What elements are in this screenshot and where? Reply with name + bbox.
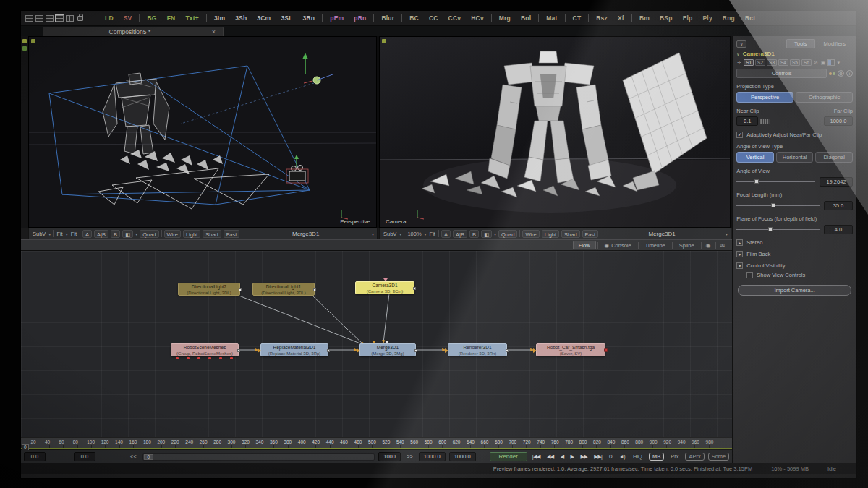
node-replacematerial3d1[interactable]: ReplaceMaterial3D1(Replace Material 3D, … <box>260 343 328 356</box>
node-input-connector[interactable] <box>533 348 537 353</box>
jump-to-end-button[interactable]: >> <box>404 453 415 460</box>
close-icon[interactable]: × <box>210 28 217 35</box>
vertical-button[interactable]: Vertical <box>736 152 774 163</box>
layout-selected-icon[interactable] <box>56 15 64 22</box>
tool-shortcut-rct[interactable]: Rct <box>740 14 760 22</box>
tool-shortcut-bg[interactable]: BG <box>142 14 161 22</box>
tool-color-icon[interactable] <box>829 72 835 75</box>
mode-button-shad[interactable]: Shad <box>203 230 221 238</box>
viewport-camera[interactable]: Camera <box>379 36 731 228</box>
step-back-button[interactable]: ◀ <box>559 454 566 460</box>
range-end-field[interactable]: 1000 <box>378 452 401 461</box>
tool-shortcut-ld[interactable]: LD <box>100 14 119 22</box>
lock-icon[interactable]: ▣ <box>820 60 827 66</box>
node-input-connector[interactable] <box>258 348 261 353</box>
mode-button-shad[interactable]: Shad <box>561 230 580 238</box>
view-lut-icon[interactable] <box>31 39 35 43</box>
quality-button-aprx[interactable]: APrx <box>685 453 704 461</box>
buffer-button-0[interactable]: A <box>441 230 451 238</box>
tool-shortcut-elp[interactable]: Elp <box>678 14 698 22</box>
skip-end-button[interactable]: ▶▶| <box>592 454 603 460</box>
import-camera-button[interactable]: Import Camera... <box>738 285 851 296</box>
loop-button[interactable]: ↻ <box>607 454 613 460</box>
tab-console[interactable]: ◉Console <box>600 241 637 249</box>
plane-of-focus-slider[interactable] <box>736 229 820 230</box>
tool-shortcut-3cm[interactable]: 3Cm <box>252 14 276 22</box>
motion-blur-chip[interactable] <box>827 59 835 66</box>
scrollbar-handle[interactable]: 0 <box>144 454 153 460</box>
node-input-connector[interactable] <box>445 348 448 353</box>
quality-button-prx[interactable]: Prx <box>668 453 681 460</box>
tab-flow[interactable]: Flow <box>573 241 596 249</box>
chevron-down-icon[interactable]: ▾ <box>48 231 51 236</box>
tab-tools[interactable]: Tools <box>786 39 815 48</box>
version-button-s2[interactable]: S2 <box>755 59 765 66</box>
focal-length-slider[interactable] <box>736 205 820 206</box>
node-output-connector[interactable] <box>604 348 608 352</box>
panel-dropdown-icon[interactable]: ∨ <box>736 40 746 48</box>
buffer-button-3[interactable]: ◧ <box>122 230 133 238</box>
fast-rewind-button[interactable]: ◀◀ <box>545 454 556 460</box>
quality-button-hiq[interactable]: HiQ <box>630 453 645 460</box>
timeline-scrollbar[interactable]: 0 <box>142 453 375 461</box>
info-icon[interactable]: i <box>846 70 853 77</box>
buffer-button-1[interactable]: A|B <box>453 230 467 238</box>
tool-shortcut-3sh[interactable]: 3Sh <box>230 14 252 22</box>
tool-shortcut-fn[interactable]: FN <box>162 14 181 22</box>
tool-shortcut-3sl[interactable]: 3SL <box>276 14 297 22</box>
tool-shortcut-pem[interactable]: pEm <box>325 14 349 22</box>
node-directionallight1[interactable]: DirectionalLight1(Directional Light, 3DL… <box>252 283 315 296</box>
far-clip-value[interactable]: 1000.0 <box>824 116 853 126</box>
quad-view-button[interactable]: Quad <box>140 230 158 238</box>
node-directionallight2[interactable]: DirectionalLight2(Directional Light, 3DL… <box>178 283 240 296</box>
tool-shortcut-prn[interactable]: pRn <box>349 14 371 22</box>
tool-shortcut-mat[interactable]: Mat <box>541 14 562 22</box>
tool-shortcut-hcv[interactable]: HCv <box>466 14 489 22</box>
tool-shortcut-rsz[interactable]: Rsz <box>591 14 613 22</box>
zoom-level[interactable]: Fit <box>56 231 63 237</box>
node-input-connector[interactable] <box>357 348 360 353</box>
aov-slider[interactable] <box>736 181 815 182</box>
lock-icon[interactable] <box>77 16 83 21</box>
chevron-down-icon[interactable]: ▾ <box>494 231 496 236</box>
step-forward-button[interactable]: ▶▶ <box>579 454 589 460</box>
buffer-button-1[interactable]: A|B <box>94 230 109 238</box>
mode-button-light[interactable]: Light <box>542 230 559 238</box>
node-output-connector[interactable] <box>413 287 416 290</box>
horizontal-button[interactable]: Horizontal <box>776 152 814 163</box>
stereo-expand-icon[interactable]: ▸ <box>736 239 743 246</box>
subview-button[interactable]: SubV <box>383 231 397 237</box>
buffer-button-0[interactable]: A <box>82 230 92 238</box>
tab-spline[interactable]: Spline <box>674 241 699 249</box>
play-button[interactable]: ▶ <box>569 454 576 460</box>
layout-split-h-icon[interactable] <box>25 15 33 22</box>
tool-shortcut-xf[interactable]: Xf <box>613 14 629 22</box>
node-input-connector[interactable] <box>383 278 388 281</box>
skip-start-button[interactable]: |◀◀ <box>531 454 542 460</box>
chevron-down-icon[interactable]: ▾ <box>372 231 374 236</box>
near-clip-value[interactable]: 0.1 <box>736 116 758 126</box>
view-lut-icon[interactable] <box>382 39 386 43</box>
quality-button-mb[interactable]: MB <box>649 453 664 461</box>
tool-shortcut-3rn[interactable]: 3Rn <box>298 14 320 22</box>
node-input-connector[interactable] <box>372 341 376 343</box>
node-robotscenemeshes[interactable]: RobotSceneMeshes(Group, RobotSceneMeshes… <box>171 343 239 356</box>
tool-shortcut-3im[interactable]: 3Im <box>209 14 230 22</box>
mode-button-light[interactable]: Light <box>183 230 200 238</box>
node-output-connector[interactable] <box>506 349 509 352</box>
tool-shortcut-cc[interactable]: CC <box>424 14 443 22</box>
diagonal-button[interactable]: Diagonal <box>815 152 853 163</box>
node-output-connector[interactable] <box>237 349 240 352</box>
current-time-value[interactable]: 0.0 <box>24 452 46 461</box>
alt-time-value[interactable]: 0.0 <box>74 452 95 461</box>
near-clip-slider-handle[interactable] <box>760 119 770 124</box>
tab-timeline[interactable]: Timeline <box>640 241 671 249</box>
version-button-s3[interactable]: S3 <box>767 59 777 66</box>
chevron-down-icon[interactable]: ▾ <box>726 231 728 236</box>
tool-shortcut-bc[interactable]: BC <box>404 14 424 22</box>
tool-shortcut-ct[interactable]: CT <box>568 14 587 22</box>
tab-composition[interactable]: Composition5 * × <box>43 27 224 36</box>
tool-shortcut-bm[interactable]: Bm <box>634 14 655 22</box>
chevron-down-icon[interactable]: ▾ <box>135 231 137 236</box>
target-icon[interactable]: ◉ <box>703 242 714 249</box>
